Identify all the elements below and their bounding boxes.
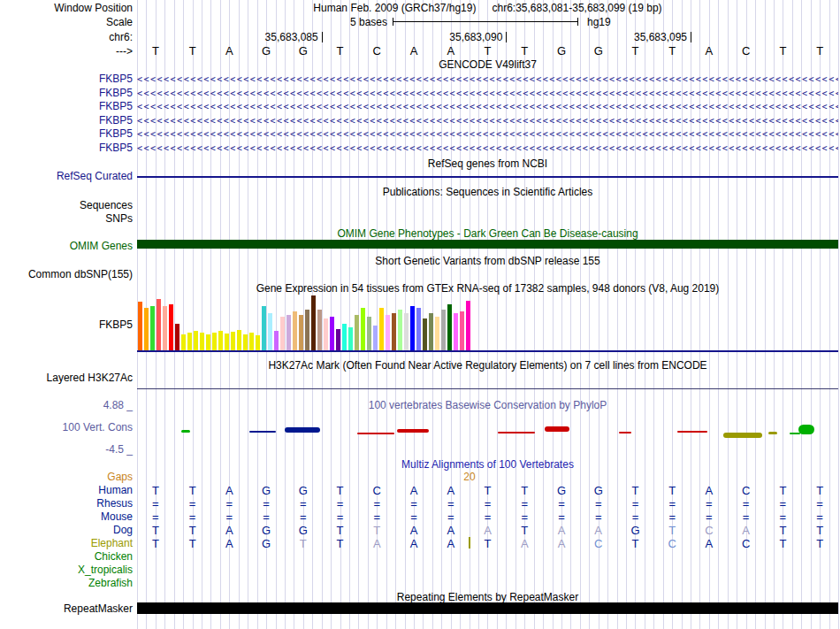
gtex-expression-bar[interactable] [274,331,279,350]
gap-size-value: 20 [456,471,483,483]
gene-intron-arrows[interactable]: <<<<<<<<<<<<<<<<<<<<<<<<<<<<<<<<<<<<<<<<… [137,115,838,127]
gtex-expression-bar[interactable] [441,310,446,350]
species-label-chicken[interactable]: Chicken [0,550,133,563]
species-label-zebrafish[interactable]: Zebrafish [0,577,133,589]
gtex-expression-bar[interactable] [175,324,179,350]
gtex-expression-bar[interactable] [280,317,285,350]
alignment-row-chicken[interactable] [137,550,838,563]
gtex-expression-bar[interactable] [392,313,396,350]
species-label-x_tropicalis[interactable]: X_tropicalis [0,564,133,576]
gtex-expression-bar[interactable] [305,310,309,350]
gtex-expression-bar[interactable] [262,306,266,350]
gtex-expression-bar[interactable] [249,333,254,350]
gene-intron-arrows[interactable]: <<<<<<<<<<<<<<<<<<<<<<<<<<<<<<<<<<<<<<<<… [137,101,838,112]
gtex-expression-bar[interactable] [181,334,186,350]
repeatmasker-label[interactable]: RepeatMasker [0,602,133,615]
alignment-row-human[interactable]: TTAGGTCAATTGGTTACTT [137,484,838,496]
gene-label-fkbp5[interactable]: FKBP5 [0,127,133,140]
gtex-expression-bar[interactable] [163,306,167,350]
gene-label-fkbp5[interactable]: FKBP5 [0,142,133,154]
gtex-expression-bar[interactable] [231,332,235,350]
gtex-expression-bar[interactable] [157,299,161,350]
gtex-expression-bar[interactable] [398,310,402,350]
gtex-expression-bar[interactable] [218,331,223,350]
gene-intron-arrows[interactable]: <<<<<<<<<<<<<<<<<<<<<<<<<<<<<<<<<<<<<<<<… [137,73,838,85]
gtex-expression-bar[interactable] [237,330,241,350]
alignment-base: G [580,484,617,497]
gtex-expression-bar[interactable] [429,313,433,350]
gtex-gene-label[interactable]: FKBP5 [0,318,133,331]
multiz-rows: HumanTTAGGTCAATTGGTTACTTRhesus==========… [0,484,840,590]
gene-intron-arrows[interactable]: <<<<<<<<<<<<<<<<<<<<<<<<<<<<<<<<<<<<<<<<… [137,128,838,140]
refseq-curated-feature[interactable] [137,176,838,178]
gene-label-fkbp5[interactable]: FKBP5 [0,114,133,127]
gtex-expression-bar[interactable] [404,313,409,350]
species-label-rhesus[interactable]: Rhesus [0,497,133,510]
gene-intron-arrows[interactable]: <<<<<<<<<<<<<<<<<<<<<<<<<<<<<<<<<<<<<<<<… [137,142,838,154]
gtex-expression-bar[interactable] [447,304,452,350]
gtex-expression-bar[interactable] [379,308,384,350]
alignment-row-mouse[interactable]: =================== [137,510,838,523]
gtex-expression-bar[interactable] [416,308,421,350]
gtex-expression-bar[interactable] [268,313,272,350]
gtex-expression-bar[interactable] [169,304,173,350]
alignment-base: = [617,497,654,510]
gene-label-fkbp5[interactable]: FKBP5 [0,100,133,112]
gtex-expression-bar[interactable] [460,311,464,350]
gtex-expression-bar[interactable] [373,326,378,350]
gtex-expression-bar[interactable] [386,315,390,350]
gtex-expression-bar[interactable] [330,317,334,350]
common-dbsnp-label[interactable]: Common dbSNP(155) [0,268,133,280]
gtex-expression-bar[interactable] [206,334,210,350]
alignment-row-rhesus[interactable]: =================== [137,497,838,510]
alignment-row-zebrafish[interactable] [137,577,838,589]
species-label-dog[interactable]: Dog [0,524,133,536]
gtex-expression-bar[interactable] [144,308,149,350]
omim-gene-bar[interactable] [137,240,838,249]
gtex-expression-bar[interactable] [225,334,229,350]
gtex-expression-bar[interactable] [466,301,470,350]
species-label-human[interactable]: Human [0,484,133,496]
alignment-row-x_tropicalis[interactable] [137,564,838,576]
repeatmasker-bar[interactable] [137,602,838,614]
gtex-expression-bar[interactable] [311,295,316,350]
gene-label-fkbp5[interactable]: FKBP5 [0,87,133,99]
gtex-expression-bar[interactable] [256,335,260,350]
gtex-expression-bar[interactable] [293,311,297,350]
gtex-expression-bar[interactable] [324,318,328,350]
gtex-expression-bar[interactable] [299,315,303,350]
gaps-label[interactable]: Gaps [0,471,133,483]
omim-genes-label[interactable]: OMIM Genes [0,240,133,252]
gene-label-fkbp5[interactable]: FKBP5 [0,73,133,85]
gtex-expression-bar[interactable] [286,315,291,350]
gtex-expression-bar[interactable] [336,329,340,350]
species-label-mouse[interactable]: Mouse [0,510,133,523]
gtex-expression-bar[interactable] [435,317,439,350]
gtex-expression-bar[interactable] [212,333,217,350]
gtex-expression-bar[interactable] [423,318,427,350]
gtex-expression-bar[interactable] [348,327,353,350]
gtex-expression-bar[interactable] [243,334,248,350]
gtex-expression-bar[interactable] [367,317,371,350]
gene-intron-arrows[interactable]: <<<<<<<<<<<<<<<<<<<<<<<<<<<<<<<<<<<<<<<<… [137,88,838,99]
gtex-expression-bar[interactable] [361,308,365,350]
gtex-expression-bar[interactable] [194,331,198,350]
alignment-row-elephant[interactable]: TTAGTTAAATAACTCACTT [137,537,838,549]
gtex-expression-bar[interactable] [454,313,458,350]
gtex-expression-bar[interactable] [138,302,142,350]
gtex-expression-bar[interactable] [187,333,192,350]
vert-cons-label[interactable]: 100 Vert. Cons [0,421,133,433]
gtex-expression-bar[interactable] [150,306,155,350]
alignment-base: A [395,524,432,537]
gtex-expression-bar[interactable] [200,333,204,350]
gtex-expression-bar[interactable] [317,310,322,350]
gtex-expression-bar[interactable] [342,324,347,350]
species-label-elephant[interactable]: Elephant [0,537,133,549]
snps-label[interactable]: SNPs [0,212,133,225]
refseq-curated-label[interactable]: RefSeq Curated [0,170,133,182]
alignment-row-dog[interactable]: TTAGGTTAAATAAGTCATT [137,524,838,536]
gtex-expression-bar[interactable] [410,306,415,350]
sequences-label[interactable]: Sequences [0,199,133,211]
layered-h3k27ac-label[interactable]: Layered H3K27Ac [0,372,133,384]
gtex-expression-bar[interactable] [355,315,359,350]
